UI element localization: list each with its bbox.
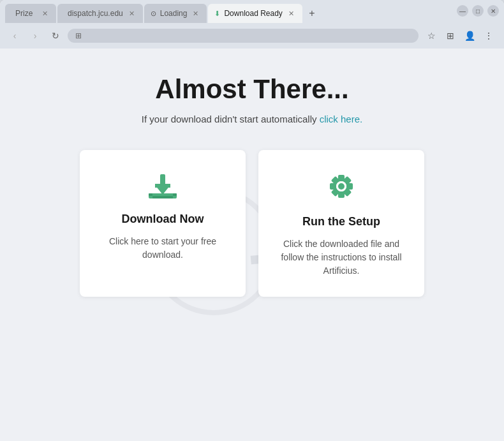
cards-row: Download Now Click here to start your fr… [80, 150, 424, 297]
svg-rect-6 [155, 184, 170, 188]
svg-rect-1 [152, 196, 173, 198]
maximize-button[interactable]: □ [472, 5, 484, 17]
run-setup-desc: Click the downloaded file and follow the… [274, 237, 409, 278]
page-content: RISK.COM Almost There... If your downloa… [0, 49, 504, 441]
tab-label: dispatch.jcu.edu [68, 9, 123, 18]
download-now-card[interactable]: Download Now Click here to start your fr… [80, 150, 246, 297]
address-input-wrap[interactable]: ⊞ [68, 29, 419, 43]
download-now-title: Download Now [122, 213, 204, 226]
forward-button[interactable]: › [27, 27, 43, 44]
tab-close-btn[interactable]: ✕ [127, 8, 137, 19]
page-title: Almost There... [155, 74, 348, 105]
browser-window: Prize ✕ dispatch.jcu.edu ✕ ⊙ Loading ✕ ⬇… [0, 0, 504, 441]
refresh-button[interactable]: ↻ [47, 27, 64, 44]
tab-label: Loading [160, 9, 188, 18]
menu-button[interactable]: ⋮ [480, 27, 498, 45]
click-here-link[interactable]: click here. [320, 114, 363, 124]
svg-point-18 [338, 183, 345, 190]
window-controls: — □ ✕ [457, 5, 499, 17]
download-now-desc: Click here to start your free download. [95, 235, 230, 262]
svg-rect-2 [149, 193, 152, 196]
subtitle-text: If your download didn't start automatica… [142, 114, 362, 124]
bookmark-button[interactable]: ☆ [422, 27, 440, 45]
minimize-button[interactable]: — [457, 5, 468, 17]
toolbar-actions: ☆ ⊞ 👤 ⋮ [422, 27, 498, 45]
run-setup-title: Run the Setup [302, 215, 380, 228]
tab-download-icon: ⬇ [214, 10, 220, 18]
tab-bar: Prize ✕ dispatch.jcu.edu ✕ ⊙ Loading ✕ ⬇… [5, 0, 452, 23]
tab-dispatch[interactable]: dispatch.jcu.edu ✕ [57, 4, 143, 23]
extensions-button[interactable]: ⊞ [441, 27, 459, 45]
tab-label: Download Ready [224, 9, 282, 18]
close-button[interactable]: ✕ [487, 5, 499, 17]
profile-button[interactable]: 👤 [461, 27, 478, 45]
address-security-icon: ⊞ [75, 31, 82, 40]
main-content-area: Almost There... If your download didn't … [0, 49, 504, 441]
tab-close-btn[interactable]: ✕ [40, 8, 50, 19]
tab-close-btn[interactable]: ✕ [286, 8, 296, 19]
new-tab-button[interactable]: + [304, 5, 320, 22]
subtitle-static: If your download didn't start automatica… [142, 114, 320, 124]
download-icon [144, 169, 182, 201]
svg-rect-3 [173, 193, 177, 196]
tab-close-btn[interactable]: ✕ [191, 8, 200, 19]
gear-icon [324, 169, 359, 204]
back-button[interactable]: ‹ [6, 27, 23, 44]
run-setup-card[interactable]: Run the Setup Click the downloaded file … [258, 150, 424, 297]
tab-download-ready[interactable]: ⬇ Download Ready ✕ [208, 4, 302, 23]
tab-prize[interactable]: Prize ✕ [5, 4, 56, 23]
tab-label: Prize [15, 9, 33, 18]
title-bar: Prize ✕ dispatch.jcu.edu ✕ ⊙ Loading ✕ ⬇… [0, 0, 504, 23]
address-bar: ‹ › ↻ ⊞ ☆ ⊞ 👤 ⋮ [0, 23, 504, 49]
tab-favicon: ⊙ [151, 10, 156, 18]
tab-loading[interactable]: ⊙ Loading ✕ [144, 4, 207, 23]
